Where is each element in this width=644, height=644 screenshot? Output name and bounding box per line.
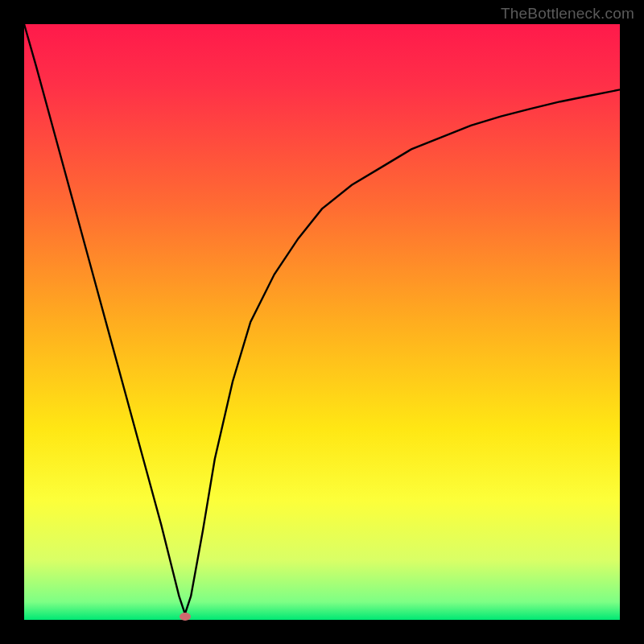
watermark-text: TheBottleneck.com [501, 5, 634, 23]
bottleneck-curve [24, 24, 620, 614]
plot-area [24, 24, 620, 620]
curve-layer [24, 24, 620, 620]
minimum-marker [180, 613, 191, 621]
chart-frame: TheBottleneck.com [0, 0, 644, 644]
